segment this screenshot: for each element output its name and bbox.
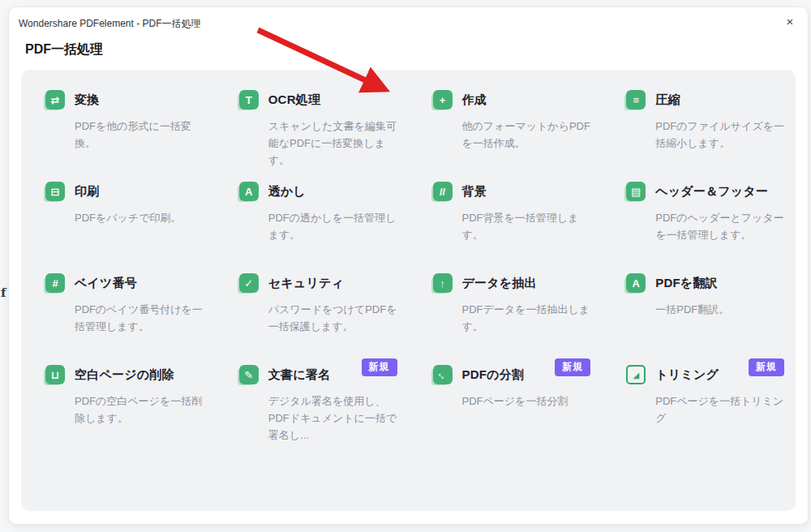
card-extract-data[interactable]: ↑ データを抽出 PDFデータを一括抽出します。	[409, 257, 603, 349]
card-description: デジタル署名を使用し、PDFドキュメントに一括で署名し...	[268, 393, 397, 444]
card-title: データを抽出	[462, 276, 537, 291]
card-description: 一括PDF翻訳。	[655, 301, 784, 318]
card-create[interactable]: + 作成 他のフォーマットからPDFを一括作成。	[409, 74, 603, 165]
bates-number-icon: #	[45, 273, 65, 293]
card-title: 圧縮	[655, 92, 680, 108]
card-title: PDFの分割	[462, 367, 525, 383]
card-compress[interactable]: ≡ 圧縮 PDFのファイルサイズを一括縮小します。	[602, 74, 796, 165]
card-background[interactable]: // 背景 PDF背景を一括管理します。	[409, 165, 603, 257]
card-description: PDFのベイツ番号付けを一括管理します。	[75, 301, 204, 335]
card-title: 文書に署名	[268, 367, 330, 383]
card-title: ヘッダー＆フッター	[655, 184, 768, 200]
header-footer-icon: ▤	[626, 182, 646, 201]
card-print[interactable]: ⊟ 印刷 PDFをバッチで印刷。	[21, 165, 215, 257]
card-bates-number[interactable]: # ベイツ番号 PDFのベイツ番号付けを一括管理します。	[21, 257, 215, 349]
card-sign-document[interactable]: 新規 ✎ 文書に署名 デジタル署名を使用し、PDFドキュメントに一括で署名し..…	[215, 349, 409, 440]
ocr-icon: T	[239, 90, 259, 109]
card-title: OCR処理	[268, 92, 320, 108]
create-icon: +	[433, 90, 453, 109]
card-description: PDFをバッチで印刷。	[75, 209, 204, 226]
card-title: セキュリティ	[268, 276, 344, 291]
new-badge: 新規	[362, 358, 397, 376]
security-icon: ✓	[239, 273, 259, 293]
new-badge: 新規	[555, 358, 590, 376]
card-ocr[interactable]: T OCR処理 スキャンした文書を編集可能なPDFに一括変換します。	[215, 74, 409, 165]
card-delete-blank-pages[interactable]: ⊔ 空白ページの削除 PDFの空白ページを一括削除します。	[21, 349, 215, 440]
split-pdf-icon: ↔	[433, 365, 453, 384]
card-description: PDFのヘッダーとフッターを一括管理します。	[655, 209, 784, 243]
close-icon[interactable]: ×	[780, 11, 800, 31]
page-title: PDF一括処理	[25, 41, 103, 58]
card-description: スキャンした文書を編集可能なPDFに一括変換します。	[268, 118, 397, 169]
card-title: 変換	[75, 92, 99, 108]
convert-icon: ⇄	[45, 90, 65, 109]
background-icon: //	[433, 182, 453, 201]
delete-blank-pages-icon: ⊔	[45, 365, 65, 384]
batch-options-grid: ⇄ 変換 PDFを他の形式に一括変換。 T OCR処理 スキャンした文書を編集可…	[21, 70, 796, 511]
card-description: PDF背景を一括管理します。	[462, 209, 591, 243]
card-watermark[interactable]: A 透かし PDFの透かしを一括管理します。	[215, 165, 409, 257]
card-description: PDFデータを一括抽出します。	[462, 301, 591, 335]
card-split-pdf[interactable]: 新規 ↔ PDFの分割 PDFページを一括分割	[409, 349, 603, 440]
compress-icon: ≡	[626, 90, 646, 109]
card-description: PDFの透かしを一括管理します。	[268, 209, 397, 243]
card-description: PDFを他の形式に一括変換。	[75, 118, 204, 152]
extract-data-icon: ↑	[433, 273, 453, 293]
card-convert[interactable]: ⇄ 変換 PDFを他の形式に一括変換。	[21, 74, 215, 165]
card-title: 印刷	[75, 184, 99, 200]
batch-process-dialog: Wondershare PDFelement - PDF一括処理 × PDF一括…	[8, 6, 809, 525]
new-badge: 新規	[749, 358, 784, 376]
card-security[interactable]: ✓ セキュリティ パスワードをつけてPDFを一括保護します。	[215, 257, 409, 349]
window-titlebar: Wondershare PDFelement - PDF一括処理	[19, 13, 798, 34]
print-icon: ⊟	[45, 182, 65, 201]
card-description: 他のフォーマットからPDFを一括作成。	[462, 118, 591, 152]
card-description: PDFのファイルサイズを一括縮小します。	[655, 118, 784, 152]
watermark-icon: A	[239, 182, 259, 201]
card-description: PDFの空白ページを一括削除します。	[75, 393, 204, 427]
background-partial-text: f	[1, 285, 6, 300]
card-title: 透かし	[268, 184, 306, 200]
card-crop[interactable]: 新規 ◢ トリミング PDFページを一括トリミング	[602, 349, 796, 440]
window-title: Wondershare PDFelement - PDF一括処理	[19, 17, 201, 31]
card-description: パスワードをつけてPDFを一括保護します。	[268, 301, 397, 335]
card-title: トリミング	[655, 367, 719, 383]
translate-icon: A	[626, 273, 646, 293]
card-description: PDFページを一括分割	[462, 393, 591, 410]
sign-document-icon: ✎	[239, 365, 259, 384]
card-title: ベイツ番号	[75, 276, 137, 291]
crop-icon: ◢	[626, 365, 646, 384]
card-title: 空白ページの削除	[75, 367, 174, 383]
card-title: 背景	[462, 184, 487, 200]
card-translate[interactable]: A PDFを翻訳 一括PDF翻訳。	[602, 257, 796, 349]
card-title: 作成	[462, 92, 487, 108]
card-title: PDFを翻訳	[655, 276, 718, 291]
card-description: PDFページを一括トリミング	[655, 393, 784, 427]
card-header-footer[interactable]: ▤ ヘッダー＆フッター PDFのヘッダーとフッターを一括管理します。	[602, 165, 796, 257]
